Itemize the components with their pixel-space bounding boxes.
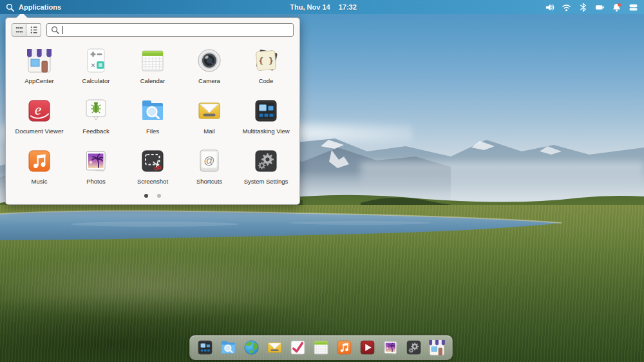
page-dots (6, 194, 299, 198)
app-label: Files (146, 128, 159, 135)
panel-time: 17:32 (339, 3, 357, 11)
photos-icon (80, 146, 111, 176)
app-label: Calendar (140, 77, 166, 84)
dock-web[interactable] (242, 338, 261, 357)
dock-multitasking-view[interactable] (195, 338, 215, 357)
app-label: System Settings (244, 178, 289, 185)
applications-launcher: AppCenter × Calculator Calendar Camera {… (5, 17, 300, 205)
app-label: Feedback (82, 128, 109, 135)
app-label: Camera (198, 77, 220, 84)
app-feedback[interactable]: Feedback (68, 93, 124, 144)
app-label: Music (32, 178, 48, 185)
app-files[interactable]: Files (124, 93, 181, 144)
app-calculator[interactable]: × Calculator (68, 43, 124, 93)
app-label: Multitasking View (242, 128, 289, 135)
svg-text:×: × (91, 61, 95, 69)
app-label: Screenshot (137, 178, 168, 185)
settings-icon (251, 146, 281, 176)
app-shortcuts[interactable]: @Shortcuts (181, 144, 238, 194)
session-icon[interactable] (628, 2, 638, 12)
page-dot-1[interactable] (144, 194, 148, 198)
dock-files[interactable] (218, 338, 238, 357)
search-icon (51, 26, 59, 34)
app-code[interactable]: { }Code (238, 43, 294, 93)
svg-text:@: @ (204, 155, 214, 167)
app-screenshot[interactable]: Screenshot (124, 144, 181, 194)
dock-videos[interactable] (357, 338, 377, 357)
shortcuts-icon: @ (194, 146, 225, 176)
camera-icon (194, 45, 225, 76)
wifi-icon[interactable] (561, 2, 571, 12)
app-label: Calculator (82, 77, 110, 84)
calculator-icon: × (80, 45, 111, 76)
view-toggle-group (12, 23, 41, 37)
dock-music[interactable] (334, 338, 354, 357)
app-label: Mail (204, 128, 214, 135)
svg-text:{ }: { } (258, 56, 273, 66)
dock-mail[interactable] (265, 338, 285, 357)
bluetooth-icon[interactable] (578, 2, 588, 12)
app-calendar[interactable]: Calendar (124, 43, 181, 93)
app-mail[interactable]: Mail (181, 93, 238, 144)
code-icon: { } (251, 45, 281, 76)
app-photos[interactable]: Photos (68, 144, 124, 194)
app-label: Document Viewer (15, 128, 64, 135)
app-label: AppCenter (24, 77, 53, 84)
search-icon (6, 3, 14, 12)
app-menu-label: Applications (19, 3, 61, 11)
document-viewer-icon: e (24, 95, 55, 126)
feedback-icon (80, 95, 111, 126)
files-icon (137, 95, 168, 126)
app-camera[interactable]: Camera (181, 43, 238, 93)
dock-tasks[interactable] (288, 338, 308, 357)
launcher-header (6, 18, 299, 39)
multitasking-icon (251, 95, 281, 126)
app-menu[interactable]: Applications (6, 3, 61, 12)
app-multitasking-view[interactable]: Multitasking View (238, 93, 294, 144)
dock-photos[interactable] (381, 338, 401, 357)
music-icon (24, 146, 55, 176)
desktop: Applications Thu, Nov 14 17:32 AppCenter… (0, 0, 644, 362)
text-cursor (62, 26, 63, 34)
volume-icon[interactable] (544, 2, 554, 12)
calendar-icon (137, 45, 168, 76)
battery-icon[interactable] (594, 2, 605, 12)
top-panel: Applications Thu, Nov 14 17:32 (0, 0, 644, 14)
dock-appcenter[interactable] (427, 338, 447, 357)
dock-system-settings[interactable] (404, 338, 424, 357)
search-input[interactable] (46, 23, 294, 37)
app-label: Photos (86, 178, 106, 185)
notifications-icon[interactable] (611, 2, 621, 12)
mail-icon (194, 95, 225, 126)
app-appcenter[interactable]: AppCenter (11, 43, 68, 93)
wallpaper-water (0, 206, 644, 245)
app-label: Code (259, 77, 274, 84)
screenshot-icon (137, 146, 168, 176)
indicator-area (544, 2, 638, 12)
app-label: Shortcuts (196, 178, 222, 185)
dock (189, 335, 453, 360)
panel-date: Thu, Nov 14 (290, 3, 330, 11)
svg-text:e: e (35, 101, 42, 118)
app-document-viewer[interactable]: e Document Viewer (11, 93, 68, 144)
appcenter-icon (24, 45, 55, 76)
datetime[interactable]: Thu, Nov 14 17:32 (290, 0, 356, 14)
grid-view-button[interactable] (12, 23, 26, 37)
category-view-button[interactable] (26, 23, 41, 37)
app-system-settings[interactable]: System Settings (238, 144, 294, 194)
dock-calendar[interactable] (311, 338, 331, 357)
app-grid: AppCenter × Calculator Calendar Camera {… (6, 39, 299, 194)
app-music[interactable]: Music (11, 144, 68, 194)
page-dot-2[interactable] (157, 194, 161, 198)
